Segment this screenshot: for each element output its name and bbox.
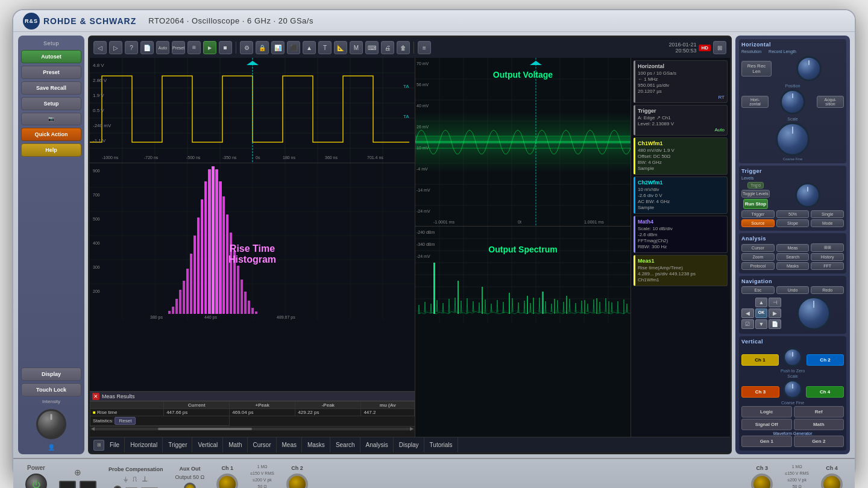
- scrollbar-h[interactable]: ◀ ▶: [90, 426, 415, 431]
- gen1-button[interactable]: Gen 1: [741, 436, 792, 447]
- preset-icon[interactable]: Preset: [172, 41, 185, 54]
- logic-button[interactable]: Logic: [741, 406, 792, 418]
- auto-icon[interactable]: Auto: [156, 41, 169, 54]
- save-recall-button[interactable]: Save Recall: [21, 81, 81, 95]
- display-button[interactable]: Display: [21, 368, 81, 381]
- bm-vertical[interactable]: Vertical: [193, 437, 223, 452]
- bm-meas[interactable]: Meas: [277, 437, 302, 452]
- ok-btn[interactable]: OK: [755, 308, 768, 318]
- history-btn[interactable]: History: [811, 253, 844, 261]
- setup-button[interactable]: Setup: [21, 97, 81, 110]
- ch1-connector[interactable]: [216, 474, 238, 488]
- bm-cursor[interactable]: Cursor: [248, 437, 277, 452]
- tb-icon-2[interactable]: 🔒: [256, 41, 269, 54]
- tb-icon-5[interactable]: ▲: [303, 41, 316, 54]
- settings-btn[interactable]: ≡: [418, 41, 431, 54]
- nav-down-btn[interactable]: ▼: [755, 319, 768, 329]
- ch2-scale-knob[interactable]: [783, 380, 802, 399]
- bm-analysis[interactable]: Analysis: [361, 437, 394, 452]
- ch4-connector[interactable]: [821, 474, 843, 488]
- tb-icon-9[interactable]: ⌨: [365, 41, 379, 54]
- tb-icon-4[interactable]: ⬛: [287, 41, 300, 54]
- ref-icon[interactable]: ⊞: [187, 41, 201, 54]
- acquisition-btn[interactable]: Acqui-sition: [817, 96, 844, 108]
- ch1-scale-knob[interactable]: [783, 348, 802, 367]
- ch2-connector[interactable]: [286, 474, 308, 488]
- back-button[interactable]: ◁: [93, 41, 107, 54]
- tb-icon-6[interactable]: T: [318, 41, 332, 54]
- meas-btn[interactable]: Meas: [776, 244, 810, 252]
- bm-math[interactable]: Math: [224, 437, 247, 452]
- nav-right-btn[interactable]: ▶: [769, 308, 781, 318]
- help-button[interactable]: Help: [21, 143, 81, 157]
- tb-icon-1[interactable]: ⚙: [240, 41, 253, 54]
- ch2-button[interactable]: Ch 2: [807, 354, 844, 366]
- trigger-level-knob[interactable]: [795, 183, 820, 208]
- apps-btn[interactable]: ⊞⊞: [811, 243, 844, 252]
- position-knob[interactable]: [780, 89, 805, 114]
- stop-icon[interactable]: ⏹: [219, 41, 232, 54]
- meas-close-button[interactable]: ✕: [92, 393, 99, 400]
- tb-icon-11[interactable]: 🗑: [397, 41, 410, 54]
- scrollbar-thumb[interactable]: [158, 428, 253, 430]
- nav-left-btn[interactable]: ◀: [741, 308, 754, 318]
- search-btn[interactable]: Search: [776, 253, 810, 261]
- nav-checkbox[interactable]: ☑: [741, 319, 754, 329]
- trigger-btn[interactable]: Trigger: [741, 210, 775, 218]
- horizontal-btn[interactable]: Hori-zontal: [741, 96, 769, 108]
- run-icon[interactable]: ▶: [203, 41, 216, 54]
- tb-icon-8[interactable]: M: [350, 41, 363, 54]
- touch-lock-button[interactable]: Touch Lock: [21, 383, 81, 396]
- usb-port-1[interactable]: [59, 481, 76, 488]
- slope-btn[interactable]: Slope: [776, 219, 810, 227]
- source-btn[interactable]: Source: [741, 219, 775, 227]
- cursor-btn[interactable]: Cursor: [741, 244, 775, 252]
- fft-btn[interactable]: FFT: [811, 262, 844, 270]
- ch4-button[interactable]: Ch 4: [806, 386, 844, 398]
- undo-btn[interactable]: Undo: [776, 286, 810, 294]
- masks-btn[interactable]: Masks: [776, 262, 810, 270]
- resolution-knob[interactable]: [796, 56, 822, 81]
- aux-connector[interactable]: [184, 483, 196, 488]
- nav-doc[interactable]: 📄: [769, 319, 781, 329]
- autoset-button[interactable]: Autoset: [21, 50, 81, 63]
- power-button[interactable]: ⏻: [25, 474, 47, 488]
- tb-icon-3[interactable]: 📊: [271, 41, 285, 54]
- run-stop-button[interactable]: Run Stop: [743, 199, 769, 209]
- esc-btn[interactable]: Esc: [741, 286, 775, 294]
- bm-masks[interactable]: Masks: [303, 437, 330, 452]
- bm-tutorials[interactable]: Tutorials: [425, 437, 458, 452]
- ref-button[interactable]: Ref: [794, 406, 844, 418]
- nav-right-prev[interactable]: ⊣: [769, 298, 781, 307]
- ch1-button[interactable]: Ch 1: [741, 354, 779, 366]
- bm-horizontal[interactable]: Horizontal: [125, 437, 163, 452]
- bm-search[interactable]: Search: [331, 437, 360, 452]
- tb-icon-10[interactable]: 🖨: [381, 41, 394, 54]
- ch3-connector[interactable]: [751, 474, 773, 488]
- zoom-icon[interactable]: ⊞: [713, 41, 726, 54]
- single-btn[interactable]: Single: [811, 210, 844, 218]
- help-icon[interactable]: ?: [125, 41, 138, 54]
- usb-port-2[interactable]: [80, 481, 96, 488]
- intensity-knob[interactable]: [36, 409, 66, 439]
- protocol-btn[interactable]: Protocol: [741, 262, 775, 270]
- nav-up-btn[interactable]: ▲: [755, 298, 768, 307]
- bm-display[interactable]: Display: [394, 437, 424, 452]
- zoom-btn[interactable]: Zoom: [741, 253, 775, 261]
- preset-button[interactable]: Preset: [21, 66, 81, 79]
- mode-btn[interactable]: Mode: [811, 219, 844, 227]
- camera-button[interactable]: 📷: [21, 113, 81, 125]
- scale-knob[interactable]: [776, 122, 810, 156]
- res-rec-len-button[interactable]: Res Rec Len: [741, 61, 772, 77]
- navigation-knob[interactable]: [797, 296, 831, 330]
- toggle-levels-btn[interactable]: Toggle Levels: [741, 190, 770, 198]
- bm-file[interactable]: File: [105, 437, 125, 452]
- probe-jack-1[interactable]: [113, 486, 122, 488]
- quick-action-button[interactable]: Quick Action: [21, 128, 81, 141]
- forward-button[interactable]: ▷: [109, 41, 122, 54]
- tb-icon-7[interactable]: 📐: [334, 41, 347, 54]
- scrollbar-track[interactable]: [95, 428, 410, 430]
- reset-button[interactable]: Reset: [115, 417, 136, 425]
- redo-btn[interactable]: Redo: [811, 286, 844, 294]
- math-button[interactable]: Math: [794, 419, 844, 430]
